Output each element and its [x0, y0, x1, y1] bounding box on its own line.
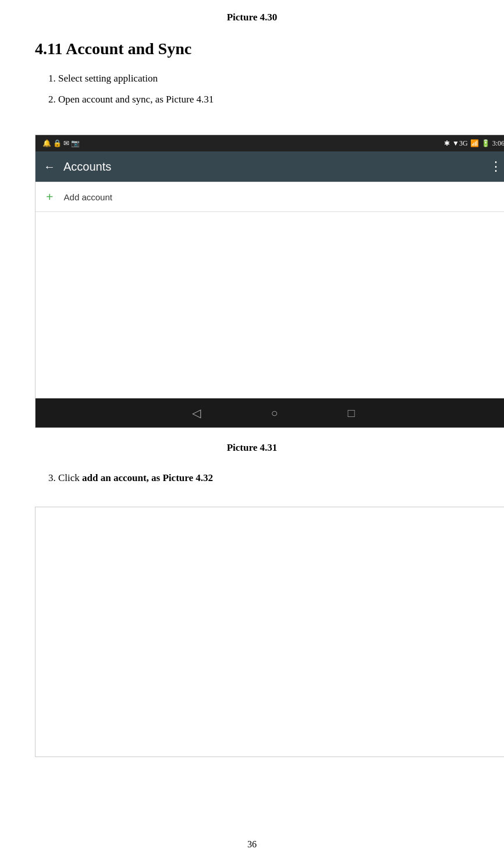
page-container: Picture 4.30 4.11 Account and Sync Selec…	[0, 0, 504, 866]
app-bar-title: Accounts	[63, 160, 111, 174]
notification-icons: 🔔 🔒 ✉ 📷	[42, 139, 80, 148]
connectivity-icons: ✱	[444, 139, 450, 148]
add-icon: +	[46, 190, 54, 203]
step3-bold: add an account, as Picture 4.32	[82, 472, 213, 483]
signal-icon: ▼3G	[452, 139, 468, 148]
add-account-label: Add account	[64, 192, 112, 202]
instruction-item-1: Select setting application	[58, 71, 469, 86]
content-area	[36, 212, 504, 398]
instruction-item-3: Click add an account, as Picture 4.32	[58, 470, 469, 486]
instructions-list: Select setting application Open account …	[35, 71, 469, 112]
nav-bar: ◁ ○ □	[36, 398, 504, 427]
section-heading: 4.11 Account and Sync	[35, 40, 469, 58]
caption-bottom: Picture 4.31	[35, 442, 469, 454]
status-bar: 🔔 🔒 ✉ 📷 ✱ ▼3G 📶 🔋 3:06	[36, 135, 504, 151]
instruction-item-2: Open account and sync, as Picture 4.31	[58, 92, 469, 107]
back-nav-icon[interactable]: ◁	[192, 406, 201, 420]
app-bar: ← Accounts ⋮	[36, 151, 504, 182]
page-number: 36	[247, 839, 257, 850]
overflow-menu-button[interactable]: ⋮	[489, 159, 503, 174]
status-bar-right: ✱ ▼3G 📶 🔋 3:06	[444, 139, 504, 148]
app-bar-left: ← Accounts	[44, 160, 111, 174]
time-display: 3:06	[492, 139, 504, 148]
recents-nav-icon[interactable]: □	[348, 407, 355, 420]
wifi-icon: 📶	[470, 139, 479, 148]
step3-prefix: Click	[58, 472, 82, 483]
caption-top: Picture 4.30	[35, 12, 469, 23]
home-nav-icon[interactable]: ○	[271, 407, 278, 420]
android-screenshot-2-placeholder	[35, 507, 504, 757]
step3-instructions: Click add an account, as Picture 4.32	[35, 470, 469, 486]
android-screenshot-1: 🔔 🔒 ✉ 📷 ✱ ▼3G 📶 🔋 3:06 ← Accounts ⋮ + Ad…	[35, 135, 504, 428]
battery-icon: 🔋	[481, 139, 490, 148]
back-button[interactable]: ←	[44, 160, 55, 174]
status-bar-left: 🔔 🔒 ✉ 📷	[42, 139, 80, 148]
add-account-row[interactable]: + Add account	[36, 182, 504, 211]
